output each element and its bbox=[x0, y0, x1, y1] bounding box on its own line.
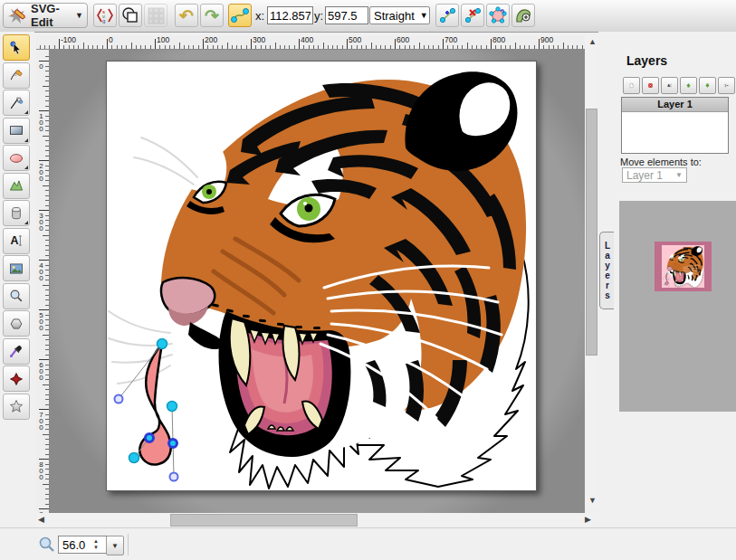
flyout-arrow-icon bbox=[24, 135, 28, 142]
x-coordinate-label: x: bbox=[255, 9, 264, 23]
zoom-magnifier-icon bbox=[38, 536, 55, 553]
add-subpath-icon bbox=[514, 6, 532, 24]
svg-text:g: g bbox=[102, 18, 105, 24]
grid-button[interactable] bbox=[144, 4, 167, 27]
layers-panel-title: Layers bbox=[626, 53, 667, 68]
open-close-subpath-icon bbox=[489, 6, 507, 24]
arrow-up-icon bbox=[686, 79, 691, 92]
tool-path-shape[interactable] bbox=[3, 173, 30, 199]
tool-zoom[interactable] bbox=[3, 283, 30, 309]
star-icon bbox=[9, 396, 24, 416]
tool-pencil[interactable] bbox=[3, 62, 30, 89]
tool-shape-library[interactable] bbox=[3, 200, 30, 226]
layer-options-button[interactable] bbox=[718, 77, 735, 94]
top-toolbar: SVG-Edit ▼ s v g bbox=[0, 0, 736, 33]
tool-ornament[interactable] bbox=[3, 365, 30, 392]
y-coordinate-input[interactable] bbox=[325, 6, 368, 24]
tool-eyedropper[interactable] bbox=[3, 338, 30, 365]
cylinder-icon bbox=[9, 204, 24, 223]
flyout-arrow-icon bbox=[24, 217, 28, 224]
layers-collapse-tab[interactable]: Layers bbox=[599, 232, 614, 309]
delete-node-button[interactable] bbox=[461, 4, 484, 27]
tool-ellipse[interactable] bbox=[3, 145, 30, 171]
pen-line-icon bbox=[9, 93, 24, 113]
tool-image[interactable] bbox=[3, 255, 30, 281]
tool-rectangle[interactable] bbox=[3, 118, 30, 144]
horizontal-scrollbar[interactable]: ◀ ▶ bbox=[36, 513, 593, 527]
panel-preview-area bbox=[619, 201, 736, 412]
tool-text[interactable]: A bbox=[3, 228, 30, 254]
flyout-arrow-icon bbox=[24, 107, 28, 114]
workspace[interactable] bbox=[50, 50, 585, 513]
layer-thumbnail-image bbox=[662, 245, 704, 288]
rename-layer-button[interactable]: A bbox=[661, 77, 678, 94]
main-menu-button[interactable]: SVG-Edit ▼ bbox=[3, 3, 88, 28]
image-icon bbox=[9, 259, 24, 279]
app-logo-pencil-icon bbox=[7, 5, 27, 25]
layer-list[interactable]: Layer 1 bbox=[621, 97, 729, 154]
arrow-down-icon bbox=[705, 79, 710, 92]
svg-text:A: A bbox=[10, 234, 18, 247]
left-toolbar: A bbox=[0, 32, 34, 529]
delete-layer-button[interactable] bbox=[642, 77, 659, 94]
move-layer-down-button[interactable] bbox=[699, 77, 716, 94]
ornament-icon bbox=[9, 369, 24, 389]
scroll-down-icon[interactable]: ▼ bbox=[588, 497, 597, 505]
layer-menu-icon bbox=[724, 79, 729, 92]
status-bar: ▲▼ ▼ bbox=[0, 527, 736, 560]
add-subpath-button[interactable] bbox=[511, 4, 535, 27]
move-layer-up-button[interactable] bbox=[680, 77, 697, 94]
undo-button[interactable]: ↶ bbox=[175, 4, 198, 27]
link-control-points-button[interactable] bbox=[228, 4, 252, 27]
flyout-arrow-icon bbox=[24, 162, 28, 169]
scroll-right-icon[interactable]: ▶ bbox=[585, 516, 591, 524]
svg-canvas[interactable] bbox=[106, 61, 537, 491]
scroll-up-icon[interactable]: ▲ bbox=[588, 38, 597, 46]
rename-layer-icon: A bbox=[667, 79, 672, 92]
vertical-scrollbar[interactable]: ▲ ▼ bbox=[585, 36, 598, 507]
segment-type-select[interactable]: Straight ▼ bbox=[369, 6, 430, 24]
ruler-horizontal: -10001002003004005006007008009001000 bbox=[36, 36, 593, 50]
open-close-subpath-button[interactable] bbox=[486, 4, 510, 27]
ruler-vertical: 0100200300400500600700800900 bbox=[36, 50, 50, 513]
layer-row-active[interactable]: Layer 1 bbox=[622, 98, 728, 112]
vertical-scrollbar-thumb[interactable] bbox=[586, 109, 597, 356]
layer-thumbnail bbox=[655, 242, 712, 291]
redo-icon: ↷ bbox=[205, 7, 219, 24]
zoom-preset-dropdown[interactable]: ▼ bbox=[106, 536, 124, 555]
text-icon: A bbox=[9, 231, 24, 251]
select-caret-icon: ▼ bbox=[111, 542, 119, 550]
tool-polygon[interactable] bbox=[3, 310, 30, 337]
move-elements-select[interactable]: Layer 1 ▼ bbox=[622, 167, 687, 183]
svg-edit-app: SVG-Edit ▼ s v g bbox=[0, 0, 736, 560]
x-coordinate-input[interactable] bbox=[267, 6, 313, 24]
redo-button[interactable]: ↷ bbox=[200, 4, 224, 27]
tool-pen-line[interactable] bbox=[3, 90, 30, 116]
svg-text:A: A bbox=[667, 83, 670, 88]
add-node-icon bbox=[438, 6, 456, 24]
tool-select[interactable] bbox=[3, 34, 30, 61]
eyedropper-icon bbox=[9, 341, 24, 361]
magnifier-icon bbox=[9, 286, 24, 306]
select-caret-icon: ▼ bbox=[420, 11, 428, 20]
document-shapes-button[interactable] bbox=[119, 4, 142, 27]
delete-node-icon bbox=[464, 6, 482, 24]
select-cursor-icon bbox=[9, 38, 24, 58]
ellipse-icon bbox=[9, 148, 24, 168]
tool-star[interactable] bbox=[3, 394, 30, 420]
undo-icon: ↶ bbox=[179, 7, 194, 24]
new-layer-icon bbox=[629, 79, 634, 92]
path-shape-icon bbox=[9, 176, 24, 195]
source-code-button[interactable]: s v g bbox=[93, 4, 117, 27]
add-node-button[interactable] bbox=[435, 4, 459, 27]
delete-layer-icon bbox=[648, 79, 653, 92]
y-coordinate-label: y: bbox=[314, 9, 323, 23]
zoom-spinner[interactable]: ▲▼ bbox=[91, 536, 101, 553]
link-control-points-icon bbox=[231, 6, 249, 24]
horizontal-scrollbar-thumb[interactable] bbox=[170, 514, 358, 527]
scroll-left-icon[interactable]: ◀ bbox=[38, 516, 44, 524]
tiger-artwork bbox=[107, 62, 536, 490]
new-layer-button[interactable] bbox=[623, 77, 640, 94]
select-caret-icon: ▼ bbox=[675, 171, 683, 179]
app-title: SVG-Edit bbox=[31, 2, 72, 29]
